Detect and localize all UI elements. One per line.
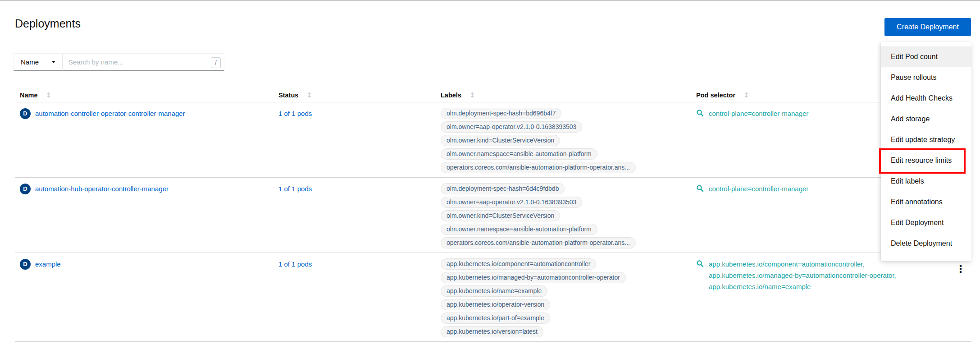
sort-icon: ↕	[306, 91, 312, 99]
deployment-name-cell: D automation-hub-operator-controller-man…	[15, 183, 278, 194]
filter-toolbar: Name /	[14, 53, 224, 71]
menu-item-edit-update-strategy[interactable]: Edit update strategy	[881, 129, 971, 150]
menu-item-edit-pod-count[interactable]: Edit Pod count	[881, 46, 971, 67]
deployment-name-cell: D automation-controller-operator-control…	[15, 108, 278, 119]
column-header-name-label: Name	[20, 92, 38, 99]
label-pill[interactable]: olm.owner=aap-operator.v2.1.0-0.16383935…	[441, 121, 582, 133]
deployment-name-link[interactable]: example	[35, 258, 61, 270]
pod-selector-text: app.kubernetes.io/name=example	[709, 281, 971, 292]
label-pill[interactable]: app.kubernetes.io/operator-version	[441, 299, 550, 310]
pod-status-link[interactable]: 1 of 1 pods	[278, 108, 312, 119]
column-header-status-label: Status	[278, 92, 298, 99]
status-cell: 1 of 1 pods	[278, 108, 441, 119]
label-pill[interactable]: app.kubernetes.io/managed-by=automationc…	[441, 272, 626, 283]
column-header-labels[interactable]: Labels ↕	[441, 91, 696, 99]
search-icon	[696, 184, 704, 192]
create-deployment-button[interactable]: Create Deployment	[884, 18, 971, 36]
pod-selector-cell: app.kubernetes.io/component=automationco…	[696, 258, 971, 292]
search-icon	[696, 109, 704, 117]
column-header-status[interactable]: Status ↕	[278, 91, 441, 99]
deployments-table: Name ↕ Status ↕ Labels ↕ Pod selector ↕ …	[15, 88, 971, 342]
deployments-page: Deployments Create Deployment Name / Nam…	[0, 0, 980, 345]
slash-shortcut-hint: /	[211, 57, 221, 68]
label-pill[interactable]: app.kubernetes.io/component=automationco…	[441, 258, 596, 270]
deployment-badge: D	[20, 108, 31, 119]
menu-item-delete-deployment[interactable]: Delete Deployment	[881, 233, 971, 254]
search-icon	[696, 260, 704, 267]
label-pill[interactable]: app.kubernetes.io/version=latest	[441, 326, 543, 337]
filter-type-dropdown[interactable]: Name	[14, 53, 62, 71]
labels-cell: app.kubernetes.io/component=automationco…	[441, 258, 696, 337]
label-pill[interactable]: app.kubernetes.io/name=example	[441, 285, 547, 297]
deployment-actions-menu: Edit Pod count Pause rollouts Add Health…	[881, 42, 971, 261]
pod-selector-link[interactable]: app.kubernetes.io/component=automationco…	[696, 258, 971, 292]
kebab-menu-icon[interactable]: ⋮	[955, 261, 966, 278]
page-title: Deployments	[15, 17, 81, 30]
menu-item-edit-labels[interactable]: Edit labels	[881, 171, 971, 192]
menu-item-edit-annotations[interactable]: Edit annotations	[881, 192, 971, 212]
pod-status-link[interactable]: 1 of 1 pods	[278, 258, 312, 270]
deployment-name-cell: D example	[15, 258, 278, 270]
label-pill[interactable]: olm.owner.namespace=ansible-automation-p…	[441, 224, 597, 235]
search-box: /	[62, 53, 224, 71]
labels-cell: olm.deployment-spec-hash=6d4c9fdbdb olm.…	[441, 183, 696, 248]
column-header-name[interactable]: Name ↕	[15, 91, 278, 99]
label-pill[interactable]: olm.deployment-spec-hash=6d4c9fdbdb	[441, 183, 565, 194]
top-divider	[0, 0, 980, 1]
table-header-row: Name ↕ Status ↕ Labels ↕ Pod selector ↕	[15, 88, 971, 102]
column-header-labels-label: Labels	[441, 92, 461, 99]
label-pill[interactable]: olm.owner.kind=ClusterServiceVersion	[441, 210, 560, 221]
label-pill[interactable]: operators.coreos.com/ansible-automation-…	[441, 237, 636, 248]
deployment-name-link[interactable]: automation-controller-operator-controlle…	[35, 108, 185, 119]
deployment-badge: D	[20, 184, 31, 194]
sort-icon: ↕	[743, 91, 749, 99]
label-pill[interactable]: app.kubernetes.io/part-of=example	[441, 313, 550, 324]
menu-item-edit-deployment[interactable]: Edit Deployment	[881, 212, 971, 233]
label-pill[interactable]: olm.owner.kind=ClusterServiceVersion	[441, 135, 560, 146]
table-row: D automation-controller-operator-control…	[15, 102, 971, 178]
sort-icon: ↕	[46, 91, 52, 99]
menu-item-pause-rollouts[interactable]: Pause rollouts	[881, 67, 971, 88]
menu-item-add-storage[interactable]: Add storage	[881, 109, 971, 129]
label-pill[interactable]: olm.owner.namespace=ansible-automation-p…	[441, 148, 597, 160]
status-cell: 1 of 1 pods	[278, 183, 441, 194]
pod-selector-text: app.kubernetes.io/managed-by=automationc…	[709, 270, 971, 281]
deployment-name-link[interactable]: automation-hub-operator-controller-manag…	[35, 183, 169, 194]
menu-item-edit-resource-limits[interactable]: Edit resource limits	[881, 150, 971, 171]
status-cell: 1 of 1 pods	[278, 258, 441, 270]
labels-cell: olm.deployment-spec-hash=bd696b4f7 olm.o…	[441, 108, 696, 173]
label-pill[interactable]: operators.coreos.com/ansible-automation-…	[441, 162, 636, 173]
label-pill[interactable]: olm.owner=aap-operator.v2.1.0-0.16383935…	[441, 197, 582, 208]
table-row: D example 1 of 1 pods app.kubernetes.io/…	[15, 253, 971, 342]
column-header-pod-selector-label: Pod selector	[696, 92, 735, 99]
pod-status-link[interactable]: 1 of 1 pods	[278, 183, 312, 194]
sort-icon: ↕	[469, 91, 475, 99]
menu-item-add-health-checks[interactable]: Add Health Checks	[881, 88, 971, 109]
label-pill[interactable]: olm.deployment-spec-hash=bd696b4f7	[441, 108, 561, 119]
deployment-badge: D	[20, 259, 31, 270]
table-row: D automation-hub-operator-controller-man…	[15, 178, 971, 253]
filter-type-label: Name	[21, 58, 39, 66]
chevron-down-icon	[52, 61, 55, 63]
search-input[interactable]	[63, 54, 224, 70]
